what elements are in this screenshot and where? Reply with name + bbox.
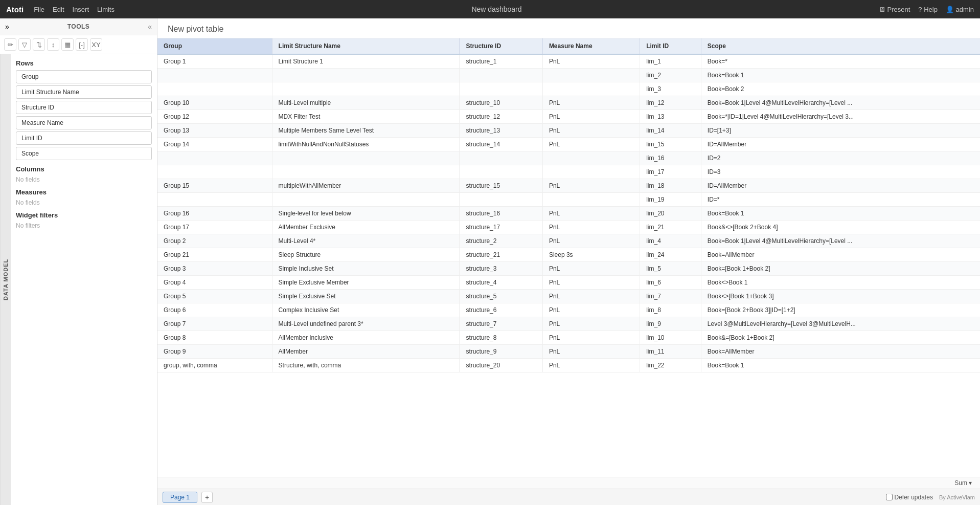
table-cell: PnL — [542, 179, 640, 193]
user-icon: 👤 — [946, 6, 954, 13]
col-limit-structure-name[interactable]: Limit Structure Name — [272, 38, 460, 54]
defer-updates-label[interactable]: Defer updates — [886, 494, 933, 501]
dashboard-title: New dashboard — [125, 5, 869, 13]
expand-left-icon[interactable]: » — [5, 23, 9, 31]
pencil-tool[interactable]: ✏ — [4, 38, 16, 51]
table-cell: PnL — [542, 54, 640, 69]
left-panel-toolbar: ✏ ▽ ⇅ ↕ ▦ [-] XY — [0, 35, 157, 54]
measures-no-fields: No fields — [16, 199, 152, 206]
table-row: Group 10Multi-Level multiplestructure_10… — [157, 96, 980, 110]
bottom-right: Defer updates By ActiveViam — [886, 494, 975, 501]
aggregation-selector[interactable]: Sum ▾ — [954, 479, 972, 487]
table-cell: lim_24 — [640, 248, 701, 262]
help-button[interactable]: ? Help — [918, 6, 938, 13]
tools-label: TOOLS — [67, 23, 90, 30]
table-cell: PnL — [542, 110, 640, 124]
topbar-right: 🖥 Present ? Help 👤 admin — [879, 6, 974, 13]
table-cell: lim_21 — [640, 221, 701, 234]
table-row: Group 5Simple Exclusive Setstructure_5Pn… — [157, 290, 980, 303]
table-cell: Group 12 — [157, 110, 272, 124]
table-cell: lim_5 — [640, 262, 701, 276]
page-tab-1[interactable]: Page 1 — [163, 492, 197, 503]
field-structure-id[interactable]: Structure ID — [16, 101, 152, 114]
table-cell: Book=[Book 1+Book 2] — [701, 262, 980, 276]
col-measure-name[interactable]: Measure Name — [542, 38, 640, 54]
table-cell: lim_7 — [640, 290, 701, 303]
table-cell: PnL — [542, 96, 640, 110]
filter-tool[interactable]: ▽ — [18, 38, 31, 51]
col-group[interactable]: Group — [157, 38, 272, 54]
table-cell: ID=AllMember — [701, 138, 980, 151]
table-row: Group 6Complex Inclusive Setstructure_6P… — [157, 303, 980, 317]
table-cell: structure_9 — [460, 345, 542, 359]
menu-edit[interactable]: Edit — [53, 6, 64, 13]
field-group[interactable]: Group — [16, 70, 152, 83]
field-limit-id[interactable]: Limit ID — [16, 131, 152, 145]
col-limit-id[interactable]: Limit ID — [640, 38, 701, 54]
table-cell: Book=Book 1|Level 4@MultiLevelHierarchy=… — [701, 96, 980, 110]
field-measure-name[interactable]: Measure Name — [16, 116, 152, 129]
table-row: Group 13Multiple Members Same Level Test… — [157, 124, 980, 138]
field-limit-structure-name[interactable]: Limit Structure Name — [16, 85, 152, 99]
table-cell: Group 1 — [157, 54, 272, 69]
table-cell: PnL — [542, 124, 640, 138]
table-cell: lim_8 — [640, 303, 701, 317]
defer-updates-checkbox[interactable] — [886, 494, 893, 500]
table-row: lim_17ID=3 — [157, 165, 980, 179]
table-cell: lim_13 — [640, 110, 701, 124]
table-cell: PnL — [542, 234, 640, 248]
menu-file[interactable]: File — [34, 6, 44, 13]
table-cell: PnL — [542, 303, 640, 317]
table-cell: Simple Exclusive Set — [272, 290, 460, 303]
table-cell: ID=[1+3] — [701, 124, 980, 138]
table-cell: PnL — [542, 317, 640, 331]
table-cell: PnL — [542, 331, 640, 345]
columns-section-title: Columns — [16, 165, 152, 173]
table-cell: structure_21 — [460, 248, 542, 262]
present-button[interactable]: 🖥 Present — [879, 6, 910, 13]
field-scope[interactable]: Scope — [16, 147, 152, 160]
chevron-down-icon: ▾ — [969, 479, 972, 487]
table-cell: Group 14 — [157, 138, 272, 151]
table-row: Group 17AllMember Exclusivestructure_17P… — [157, 221, 980, 234]
table-cell: ID=3 — [701, 165, 980, 179]
sort-down-tool[interactable]: ↕ — [47, 38, 59, 51]
col-structure-id[interactable]: Structure ID — [460, 38, 542, 54]
table-row: Group 21Sleep Structurestructure_21Sleep… — [157, 248, 980, 262]
menu-insert[interactable]: Insert — [73, 6, 89, 13]
xy-tool[interactable]: XY — [90, 38, 102, 51]
table-row: Group 1Limit Structure 1structure_1PnLli… — [157, 54, 980, 69]
question-icon: ? — [918, 6, 922, 13]
menu-limits[interactable]: Limits — [97, 6, 115, 13]
table-cell: Multiple Members Same Level Test — [272, 124, 460, 138]
table-cell: Book<>[Book 1+Book 3] — [701, 290, 980, 303]
table-area[interactable]: Group Limit Structure Name Structure ID … — [157, 38, 980, 477]
table-cell: Single-level for level below — [272, 207, 460, 221]
table-cell — [157, 69, 272, 82]
table-cell — [542, 69, 640, 82]
sort-up-tool[interactable]: ⇅ — [33, 38, 45, 51]
topbar-menu: File Edit Insert Limits — [34, 6, 115, 13]
data-model-tab[interactable]: DATA MODEL — [0, 54, 11, 505]
table-cell: structure_14 — [460, 138, 542, 151]
table-cell: multipleWithAllMember — [272, 179, 460, 193]
admin-button[interactable]: 👤 admin — [946, 6, 974, 13]
table-cell: Book&<>[Book 2+Book 4] — [701, 221, 980, 234]
table-cell: lim_15 — [640, 138, 701, 151]
table-cell: lim_10 — [640, 331, 701, 345]
grid-tool[interactable]: ▦ — [61, 38, 74, 51]
measures-section-title: Measures — [16, 188, 152, 196]
table-cell — [460, 69, 542, 82]
table-cell: Book=Book 1 — [701, 207, 980, 221]
table-cell: PnL — [542, 207, 640, 221]
add-page-button[interactable]: + — [201, 492, 213, 503]
table-row: Group 8AllMember Inclusivestructure_8PnL… — [157, 331, 980, 345]
table-cell: Group 10 — [157, 96, 272, 110]
table-cell: ID=* — [701, 193, 980, 207]
table-cell: Group 9 — [157, 345, 272, 359]
col-scope[interactable]: Scope — [701, 38, 980, 54]
table-cell — [157, 82, 272, 96]
table-row: lim_16ID=2 — [157, 151, 980, 165]
minus-tool[interactable]: [-] — [76, 38, 88, 51]
collapse-panel-button[interactable]: « — [148, 23, 152, 31]
